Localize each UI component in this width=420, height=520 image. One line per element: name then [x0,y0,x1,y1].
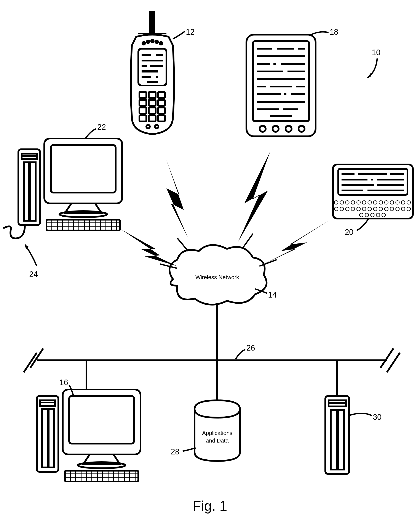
svg-point-30 [155,125,158,128]
svg-rect-22 [158,100,165,106]
cloud-label: Wireless Network [195,274,239,280]
figure-diagram: 12 18 10 [0,0,420,520]
svg-point-53 [260,126,266,132]
svg-marker-101 [259,221,329,266]
svg-point-122 [78,462,125,468]
svg-point-56 [299,126,305,132]
svg-point-4 [151,40,154,42]
svg-marker-57 [368,73,371,78]
svg-rect-143 [338,410,344,470]
svg-rect-120 [63,389,141,454]
desktop-lower-icon [37,389,141,481]
svg-rect-142 [331,410,337,470]
svg-text:OOOOOOOOOOOOOO: OOOOOOOOOOOOOO [334,206,412,212]
svg-marker-99 [238,151,270,242]
svg-line-102 [177,238,188,251]
ref-bus: 26 [247,343,255,352]
svg-rect-28 [158,115,165,121]
svg-rect-21 [149,100,156,106]
ref-tablet: 18 [330,27,338,36]
ref-wired: 24 [29,270,38,279]
svg-point-6 [160,42,162,45]
db-label-2: and Data [206,437,229,444]
svg-point-2 [142,42,145,45]
svg-point-3 [147,40,149,43]
ref-pager: 20 [345,228,353,237]
ref-phone: 12 [186,27,195,36]
svg-rect-26 [139,115,146,121]
svg-rect-119 [49,409,54,467]
svg-rect-0 [150,12,154,33]
svg-rect-23 [139,108,146,114]
svg-rect-24 [149,108,156,114]
ref-pc-lower: 16 [60,378,68,387]
svg-rect-25 [158,108,165,114]
mobile-phone-icon [131,12,174,134]
svg-line-103 [242,234,253,249]
svg-rect-118 [42,409,48,467]
svg-rect-19 [158,92,165,98]
svg-marker-98 [166,160,188,238]
svg-rect-17 [139,92,146,98]
ref-pc-upper: 22 [97,123,106,132]
svg-point-54 [273,126,279,132]
svg-rect-64 [51,145,116,193]
svg-rect-18 [149,92,156,98]
svg-marker-100 [121,229,177,266]
svg-point-29 [146,125,150,128]
svg-rect-121 [69,396,134,444]
db-label-1: Applications [202,430,232,436]
ref-cloud: 14 [268,290,277,299]
svg-point-5 [155,40,158,43]
svg-point-55 [285,126,292,132]
svg-rect-61 [24,162,29,221]
desktop-upper-icon [3,139,122,239]
ref-server: 30 [373,413,382,421]
svg-rect-20 [139,100,146,106]
ref-db: 28 [171,447,180,456]
svg-text:OOOOO: OOOOO [359,212,387,218]
network-bus [24,348,400,372]
svg-rect-7 [138,49,166,85]
svg-rect-62 [30,162,36,221]
server-icon [325,396,349,474]
tablet-icon [247,35,315,136]
svg-point-65 [60,211,107,217]
figure-caption: Fig. 1 [193,498,227,514]
ref-system: 10 [372,48,380,57]
svg-rect-63 [44,139,122,203]
svg-text:OOOOOOOOOOOOOO: OOOOOOOOOOOOOO [334,199,412,206]
svg-rect-27 [149,115,156,121]
